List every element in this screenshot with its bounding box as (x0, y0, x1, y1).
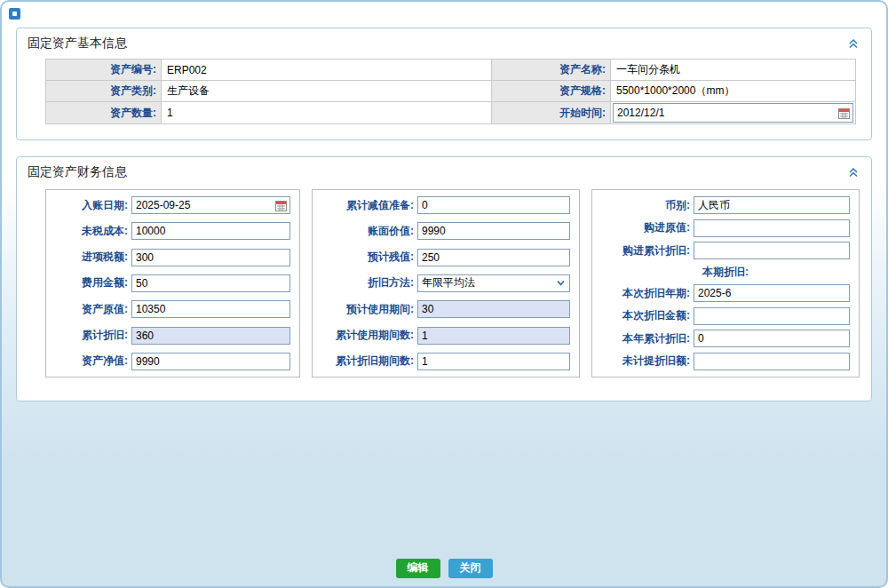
table-row: 资产编号: ERP002 资产名称: 一车间分条机 (46, 60, 856, 81)
unprovided-depreciation-input[interactable] (694, 353, 850, 370)
page: 固定资产基本信息 资产编号: ERP002 资产名称: 一车间分条机 资产类别:… (0, 0, 888, 588)
field-row: 折旧方法: 年限平均法 (321, 274, 570, 292)
purchase-accum-depreciation-input[interactable] (694, 242, 850, 259)
field-row: 购进累计折旧: (601, 242, 850, 259)
current-depreciation-amount-input[interactable] (694, 307, 850, 325)
field-label: 累计减值准备: (321, 198, 414, 213)
field-label: 账面价值: (321, 224, 414, 239)
field-row: 预计残值: (321, 249, 570, 266)
purchase-original-value-input[interactable] (694, 219, 850, 237)
section-header-row: 本期折旧: (601, 265, 850, 280)
finance-group-cost: 入账日期: 未税成本: 进项税额: 费用金额: (45, 189, 300, 377)
current-depreciation-section-label: 本期折旧: (702, 265, 749, 280)
field-label: 本年累计折旧: (601, 331, 690, 346)
current-depreciation-period-input[interactable] (694, 284, 850, 302)
basic-info-table: 资产编号: ERP002 资产名称: 一车间分条机 资产类别: 生产设备 资产规… (45, 59, 856, 124)
field-label: 资产编号: (46, 60, 162, 81)
field-row: 资产原值: (55, 300, 290, 318)
field-row: 购进原值: (601, 219, 850, 237)
finance-panel-header: 固定资产财务信息 (28, 163, 860, 182)
field-label: 资产数量: (46, 102, 162, 124)
field-label: 累计折旧: (55, 328, 128, 343)
action-button-bar: 编辑 关闭 (2, 559, 886, 578)
field-row: 进项税额: (55, 249, 290, 266)
finance-panel-title: 固定资产财务信息 (28, 164, 127, 180)
pre-tax-cost-input[interactable] (131, 222, 290, 240)
field-label: 资产净值: (55, 354, 128, 369)
collapse-finance-icon[interactable] (846, 165, 860, 179)
close-button[interactable]: 关闭 (448, 559, 493, 578)
table-row: 资产数量: 1 开始时间: (46, 102, 856, 124)
field-label: 预计残值: (321, 250, 414, 265)
original-value-input[interactable] (131, 300, 290, 318)
field-value: 5500*1000*2000（mm） (611, 81, 856, 102)
depreciation-periods-input[interactable] (417, 353, 570, 370)
start-date-field[interactable] (614, 104, 838, 122)
field-row: 累计折旧期间数: (321, 353, 570, 370)
field-value: 1 (162, 102, 492, 124)
field-value: 生产设备 (162, 81, 492, 102)
collapse-basic-icon[interactable] (846, 36, 860, 51)
edit-button[interactable]: 编辑 (396, 559, 440, 578)
field-row: 未税成本: (55, 222, 290, 240)
field-value (611, 102, 856, 124)
depreciation-method-select[interactable]: 年限平均法 (417, 274, 570, 292)
input-tax-input[interactable] (131, 249, 290, 266)
finance-group-depreciation: 累计减值准备: 账面价值: 预计残值: 折旧方法: 年限平均法 (312, 189, 580, 377)
field-row: 累计折旧: (55, 327, 290, 345)
net-value-input[interactable] (131, 353, 290, 370)
field-row: 累计减值准备: (321, 196, 570, 214)
start-date-input[interactable] (613, 103, 853, 123)
residual-value-input[interactable] (417, 249, 570, 266)
field-row: 币别: (601, 196, 850, 214)
field-row: 入账日期: (55, 196, 290, 214)
currency-input[interactable] (694, 196, 850, 214)
field-row: 费用金额: (55, 274, 290, 292)
field-label: 累计折旧期间数: (321, 354, 414, 369)
field-row: 本次折旧年期: (601, 284, 850, 302)
field-label: 未计提折旧额: (601, 354, 690, 369)
field-label: 费用金额: (55, 275, 128, 290)
chevron-down-icon (556, 278, 566, 288)
field-label: 开始时间: (492, 102, 611, 124)
field-label: 本次折旧金额: (601, 308, 690, 323)
impairment-reserve-input[interactable] (417, 196, 570, 214)
app-icon-glyph (12, 12, 17, 16)
field-label: 币别: (601, 198, 690, 213)
year-accum-depreciation-input[interactable] (694, 330, 850, 347)
calendar-icon[interactable] (275, 200, 287, 211)
expected-periods-input (417, 300, 570, 318)
field-row: 账面价值: (321, 222, 570, 240)
field-row: 累计使用期间数: (321, 327, 570, 345)
field-label: 资产规格: (492, 81, 611, 102)
field-label: 预计使用期间: (321, 302, 414, 317)
field-label: 累计使用期间数: (321, 328, 414, 343)
basic-panel-header: 固定资产基本信息 (28, 34, 860, 53)
field-row: 未计提折旧额: (601, 353, 850, 370)
accumulated-depreciation-input (131, 327, 290, 345)
entry-date-field[interactable] (132, 199, 275, 211)
finance-info-panel: 固定资产财务信息 入账日期: 未税成本: (16, 156, 872, 401)
field-label: 入账日期: (55, 198, 128, 213)
selected-option-label: 年限平均法 (422, 275, 475, 290)
field-row: 本次折旧金额: (601, 307, 850, 325)
field-row: 资产净值: (55, 353, 290, 370)
field-label: 折旧方法: (321, 275, 414, 290)
used-periods-input (417, 327, 570, 345)
basic-panel-title: 固定资产基本信息 (28, 36, 127, 52)
expense-amount-input[interactable] (131, 274, 290, 292)
field-label: 资产名称: (492, 60, 611, 81)
field-label: 未税成本: (55, 224, 128, 239)
app-icon (9, 8, 20, 20)
field-value: ERP002 (162, 60, 492, 81)
field-label: 购进原值: (601, 220, 690, 235)
entry-date-input[interactable] (131, 196, 290, 214)
calendar-icon[interactable] (838, 107, 850, 119)
basic-info-panel: 固定资产基本信息 资产编号: ERP002 资产名称: 一车间分条机 资产类别:… (16, 28, 872, 140)
table-row: 资产类别: 生产设备 资产规格: 5500*1000*2000（mm） (46, 81, 856, 102)
field-label: 资产类别: (46, 81, 162, 102)
field-row: 本年累计折旧: (601, 330, 850, 347)
finance-groups: 入账日期: 未税成本: 进项税额: 费用金额: (45, 189, 860, 377)
book-value-input[interactable] (417, 222, 570, 240)
field-row: 预计使用期间: (321, 300, 570, 318)
